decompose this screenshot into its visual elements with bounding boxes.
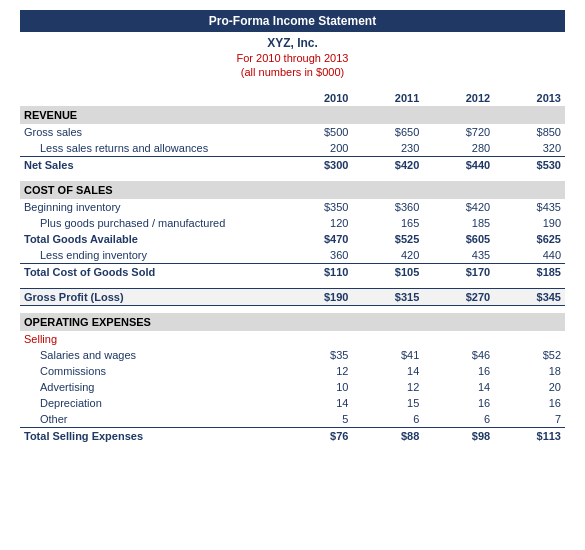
gross-sales-2010: $500 [282, 124, 353, 140]
selling-label: Selling [20, 331, 282, 347]
gross-sales-2013: $850 [494, 124, 565, 140]
beginning-inventory-row: Beginning inventory $350 $360 $420 $435 [20, 199, 565, 215]
gross-profit-row: Gross Profit (Loss) $190 $315 $270 $345 [20, 288, 565, 305]
advertising-row: Advertising 10 12 14 20 [20, 379, 565, 395]
total-selling-2010: $76 [282, 428, 353, 445]
less-ending-2010: 360 [282, 247, 353, 264]
less-ending-2011: 420 [352, 247, 423, 264]
gross-sales-2011: $650 [352, 124, 423, 140]
total-cos-2010: $110 [282, 264, 353, 281]
col-label-header [20, 90, 282, 106]
company-name: XYZ, Inc. [20, 36, 565, 50]
header-box: Pro-Forma Income Statement [20, 10, 565, 32]
depreciation-2011: 15 [352, 395, 423, 411]
cos-section-header: COST OF SALES [20, 181, 565, 199]
gross-sales-2012: $720 [423, 124, 494, 140]
total-selling-2012: $98 [423, 428, 494, 445]
spacer-3 [20, 305, 565, 313]
total-selling-2011: $88 [352, 428, 423, 445]
total-goods-available-row: Total Goods Available $470 $525 $605 $62… [20, 231, 565, 247]
salaries-2010: $35 [282, 347, 353, 363]
salaries-2013: $52 [494, 347, 565, 363]
other-2012: 6 [423, 411, 494, 428]
other-row: Other 5 6 6 7 [20, 411, 565, 428]
commissions-2013: 18 [494, 363, 565, 379]
commissions-row: Commissions 12 14 16 18 [20, 363, 565, 379]
total-goods-available-label: Total Goods Available [20, 231, 282, 247]
less-returns-2010: 200 [282, 140, 353, 157]
year-header-row: 2010 2011 2012 2013 [20, 90, 565, 106]
col-2011-header: 2011 [352, 90, 423, 106]
total-cos-label: Total Cost of Goods Sold [20, 264, 282, 281]
revenue-section-header: REVENUE [20, 106, 565, 124]
subtitle2: (all numbers in $000) [20, 66, 565, 78]
cos-label: COST OF SALES [20, 181, 565, 199]
plus-goods-2012: 185 [423, 215, 494, 231]
less-ending-inventory-label: Less ending inventory [20, 247, 282, 264]
col-2012-header: 2012 [423, 90, 494, 106]
total-selling-row: Total Selling Expenses $76 $88 $98 $113 [20, 428, 565, 445]
depreciation-2010: 14 [282, 395, 353, 411]
plus-goods-row: Plus goods purchased / manufactured 120 … [20, 215, 565, 231]
net-sales-2010: $300 [282, 157, 353, 174]
less-returns-label: Less sales returns and allowances [20, 140, 282, 157]
beginning-inventory-2010: $350 [282, 199, 353, 215]
total-selling-2013: $113 [494, 428, 565, 445]
less-returns-2013: 320 [494, 140, 565, 157]
beginning-inventory-2012: $420 [423, 199, 494, 215]
gross-sales-row: Gross sales $500 $650 $720 $850 [20, 124, 565, 140]
spacer-1 [20, 173, 565, 181]
opex-label: OPERATING EXPENSES [20, 313, 565, 331]
beginning-inventory-2011: $360 [352, 199, 423, 215]
gross-profit-2010: $190 [282, 288, 353, 305]
gross-profit-2012: $270 [423, 288, 494, 305]
selling-label-row: Selling [20, 331, 565, 347]
total-cos-2013: $185 [494, 264, 565, 281]
plus-goods-2011: 165 [352, 215, 423, 231]
opex-section-header: OPERATING EXPENSES [20, 313, 565, 331]
col-2010-header: 2010 [282, 90, 353, 106]
gross-profit-2013: $345 [494, 288, 565, 305]
total-cos-2011: $105 [352, 264, 423, 281]
net-sales-2011: $420 [352, 157, 423, 174]
other-2010: 5 [282, 411, 353, 428]
depreciation-2013: 16 [494, 395, 565, 411]
total-goods-available-2011: $525 [352, 231, 423, 247]
advertising-2011: 12 [352, 379, 423, 395]
advertising-2012: 14 [423, 379, 494, 395]
subtitle1: For 2010 through 2013 [20, 52, 565, 64]
net-sales-2013: $530 [494, 157, 565, 174]
report-title: Pro-Forma Income Statement [209, 14, 376, 28]
less-ending-2013: 440 [494, 247, 565, 264]
commissions-2011: 14 [352, 363, 423, 379]
less-ending-2012: 435 [423, 247, 494, 264]
gross-sales-label: Gross sales [20, 124, 282, 140]
other-2013: 7 [494, 411, 565, 428]
total-goods-available-2010: $470 [282, 231, 353, 247]
col-2013-header: 2013 [494, 90, 565, 106]
salaries-2012: $46 [423, 347, 494, 363]
beginning-inventory-2013: $435 [494, 199, 565, 215]
commissions-2010: 12 [282, 363, 353, 379]
total-cos-2012: $170 [423, 264, 494, 281]
net-sales-label: Net Sales [20, 157, 282, 174]
plus-goods-2010: 120 [282, 215, 353, 231]
plus-goods-label: Plus goods purchased / manufactured [20, 215, 282, 231]
gross-profit-label: Gross Profit (Loss) [20, 288, 282, 305]
other-label: Other [20, 411, 282, 428]
total-selling-label: Total Selling Expenses [20, 428, 282, 445]
depreciation-label: Depreciation [20, 395, 282, 411]
depreciation-row: Depreciation 14 15 16 16 [20, 395, 565, 411]
revenue-label: REVENUE [20, 106, 565, 124]
salaries-label: Salaries and wages [20, 347, 282, 363]
spacer-2 [20, 280, 565, 288]
less-returns-row: Less sales returns and allowances 200 23… [20, 140, 565, 157]
salaries-row: Salaries and wages $35 $41 $46 $52 [20, 347, 565, 363]
net-sales-row: Net Sales $300 $420 $440 $530 [20, 157, 565, 174]
less-returns-2011: 230 [352, 140, 423, 157]
less-ending-inventory-row: Less ending inventory 360 420 435 440 [20, 247, 565, 264]
less-returns-2012: 280 [423, 140, 494, 157]
commissions-2012: 16 [423, 363, 494, 379]
gross-profit-2011: $315 [352, 288, 423, 305]
total-goods-available-2013: $625 [494, 231, 565, 247]
